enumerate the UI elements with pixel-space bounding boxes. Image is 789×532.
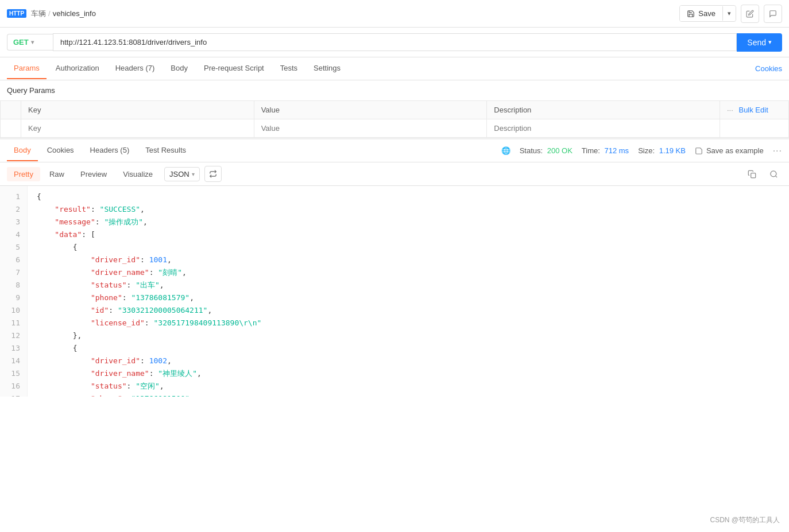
url-bar: GET ▾ Send ▾ bbox=[0, 28, 789, 57]
tab-tests[interactable]: Tests bbox=[273, 58, 304, 79]
col-actions: ··· Bulk Edit bbox=[720, 101, 789, 119]
cookies-label[interactable]: Cookies bbox=[755, 64, 782, 73]
code-line: "status": "空闲", bbox=[37, 380, 780, 393]
response-tabs: Body Cookies Headers (5) Test Results 🌐 … bbox=[0, 139, 789, 162]
response-tab-body[interactable]: Body bbox=[7, 140, 38, 161]
row-value[interactable] bbox=[254, 119, 487, 138]
col-key: Key bbox=[21, 101, 254, 119]
svg-point-1 bbox=[770, 170, 776, 176]
size-info: Size: 1.19 KB bbox=[638, 146, 686, 155]
top-bar-right: Save ▾ bbox=[679, 5, 782, 23]
line-number: 3 bbox=[0, 216, 27, 228]
format-select[interactable]: JSON ▾ bbox=[164, 167, 200, 181]
format-tab-visualize[interactable]: Visualize bbox=[116, 167, 160, 181]
line-numbers: 1234567891011121314151617 bbox=[0, 186, 28, 397]
tab-headers[interactable]: Headers (7) bbox=[109, 58, 162, 79]
code-line: "license_id": "320517198409113890\r\n" bbox=[37, 317, 780, 329]
method-arrow: ▾ bbox=[31, 39, 34, 45]
tab-params[interactable]: Params bbox=[7, 58, 47, 79]
code-content: { "result": "SUCCESS", "message": "操作成功"… bbox=[28, 186, 789, 397]
row-key[interactable] bbox=[21, 119, 254, 138]
key-input[interactable] bbox=[28, 124, 247, 133]
cookies-link[interactable]: Cookies bbox=[755, 64, 782, 73]
bulk-edit-button[interactable]: Bulk Edit bbox=[738, 106, 768, 114]
format-bar-right bbox=[743, 166, 782, 182]
breadcrumb-current: vehicles_info bbox=[53, 9, 96, 18]
format-bar: Pretty Raw Preview Visualize JSON ▾ bbox=[0, 162, 789, 186]
code-line: { bbox=[37, 191, 780, 203]
code-line: { bbox=[37, 241, 780, 254]
code-view: 1234567891011121314151617 { "result": "S… bbox=[0, 186, 789, 397]
col-value: Value bbox=[254, 101, 487, 119]
save-example-button[interactable]: Save as example bbox=[695, 146, 764, 155]
breadcrumb-parent: 车辆 bbox=[31, 9, 46, 19]
save-label: Save bbox=[698, 9, 715, 18]
params-table: Key Value Description ··· Bulk Edit bbox=[0, 100, 789, 138]
response-tab-headers[interactable]: Headers (5) bbox=[83, 140, 137, 161]
copy-button[interactable] bbox=[743, 166, 760, 182]
format-tab-pretty[interactable]: Pretty bbox=[7, 167, 40, 181]
format-tab-raw[interactable]: Raw bbox=[42, 167, 71, 181]
globe-icon: 🌐 bbox=[501, 146, 510, 155]
breadcrumb: 车辆 / vehicles_info bbox=[31, 9, 96, 19]
tab-authorization[interactable]: Authorization bbox=[49, 58, 106, 79]
top-bar: HTTP 车辆 / vehicles_info Save ▾ bbox=[0, 0, 789, 28]
line-number: 11 bbox=[0, 317, 27, 329]
code-line: "data": [ bbox=[37, 228, 780, 241]
line-number: 9 bbox=[0, 292, 27, 304]
method-select[interactable]: GET ▾ bbox=[7, 34, 53, 51]
code-line: "driver_name": "刻晴", bbox=[37, 266, 780, 279]
line-number: 7 bbox=[0, 266, 27, 279]
more-options[interactable]: ··· bbox=[773, 146, 782, 156]
code-line: "message": "操作成功", bbox=[37, 216, 780, 228]
http-badge: HTTP bbox=[7, 9, 26, 18]
tab-pre-request[interactable]: Pre-request Script bbox=[197, 58, 271, 79]
col-check bbox=[1, 101, 21, 119]
line-number: 4 bbox=[0, 228, 27, 241]
col-description: Description bbox=[487, 101, 720, 119]
time-info: Time: 712 ms bbox=[582, 146, 629, 155]
tab-body[interactable]: Body bbox=[164, 58, 195, 79]
status-label: Status: 200 OK bbox=[520, 146, 573, 155]
code-line: }, bbox=[37, 329, 780, 342]
code-line: "driver_name": "神里绫人", bbox=[37, 367, 780, 380]
send-label: Send bbox=[747, 38, 766, 47]
comment-icon-button[interactable] bbox=[764, 5, 782, 23]
format-label: JSON bbox=[169, 170, 189, 178]
line-number: 17 bbox=[0, 393, 27, 397]
response-tab-test-results[interactable]: Test Results bbox=[138, 140, 193, 161]
save-dropdown-arrow[interactable]: ▾ bbox=[722, 6, 736, 21]
value-input[interactable] bbox=[261, 124, 480, 133]
response-tab-cookies[interactable]: Cookies bbox=[40, 140, 81, 161]
save-button-group[interactable]: Save ▾ bbox=[679, 5, 736, 22]
svg-rect-0 bbox=[751, 173, 755, 177]
status-value: 200 OK bbox=[547, 146, 573, 155]
description-input[interactable] bbox=[494, 124, 713, 133]
search-button[interactable] bbox=[765, 166, 782, 182]
line-number: 14 bbox=[0, 355, 27, 367]
code-line: "driver_id": 1001, bbox=[37, 254, 780, 266]
line-number: 10 bbox=[0, 304, 27, 317]
size-value: 1.19 KB bbox=[659, 146, 686, 155]
code-line: "phone": "13786081500", bbox=[37, 393, 780, 397]
edit-icon-button[interactable] bbox=[741, 5, 759, 23]
request-tabs: Params Authorization Headers (7) Body Pr… bbox=[0, 57, 789, 80]
line-number: 5 bbox=[0, 241, 27, 254]
line-number: 15 bbox=[0, 367, 27, 380]
format-tab-preview[interactable]: Preview bbox=[74, 167, 114, 181]
row-description[interactable] bbox=[487, 119, 720, 138]
more-icon: ··· bbox=[727, 106, 733, 114]
svg-line-2 bbox=[775, 176, 777, 177]
format-arrow: ▾ bbox=[192, 171, 195, 177]
code-line: "result": "SUCCESS", bbox=[37, 203, 780, 216]
code-line: "driver_id": 1002, bbox=[37, 355, 780, 367]
response-status: 🌐 Status: 200 OK Time: 712 ms Size: 1.19… bbox=[501, 146, 782, 156]
method-label: GET bbox=[13, 38, 29, 46]
line-number: 2 bbox=[0, 203, 27, 216]
url-input[interactable] bbox=[53, 33, 737, 51]
wrap-button[interactable] bbox=[204, 166, 222, 182]
tab-settings[interactable]: Settings bbox=[307, 58, 347, 79]
line-number: 6 bbox=[0, 254, 27, 266]
send-button[interactable]: Send ▾ bbox=[737, 33, 782, 52]
save-button[interactable]: Save bbox=[680, 6, 722, 21]
